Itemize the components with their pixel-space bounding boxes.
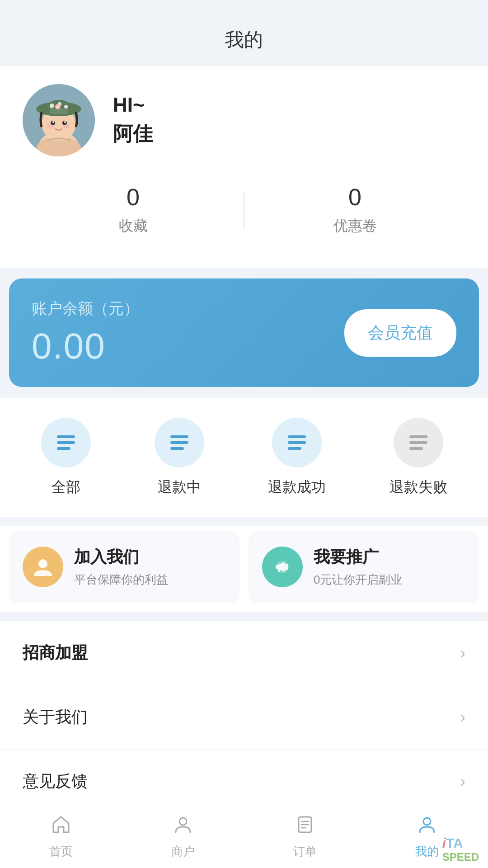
balance-amount: 0.00 xyxy=(32,326,139,367)
greeting-text: HI~ xyxy=(113,94,153,116)
svg-point-17 xyxy=(56,105,59,108)
favorites-label: 收藏 xyxy=(119,216,148,236)
user-icon xyxy=(417,814,437,839)
chevron-right-icon: › xyxy=(460,708,465,727)
svg-rect-28 xyxy=(409,441,427,444)
profile-top: HI~ 阿佳 xyxy=(23,84,465,156)
watermark: iTA SPEED xyxy=(442,835,479,863)
svg-rect-33 xyxy=(276,566,277,568)
chevron-right-icon: › xyxy=(460,772,465,791)
balance-card: 账户余额（元） 0.00 会员充值 xyxy=(9,278,479,387)
nav-label-merchant: 商户 xyxy=(171,844,195,859)
order-label-refund-success: 退款成功 xyxy=(268,477,326,497)
profile-section: HI~ 阿佳 0 收藏 0 优惠卷 xyxy=(0,66,488,268)
promo-card-promote[interactable]: 我要推广 0元让你开启副业 xyxy=(249,531,479,603)
recharge-button[interactable]: 会员充值 xyxy=(344,309,456,357)
avatar[interactable] xyxy=(23,84,95,156)
svg-point-13 xyxy=(50,104,54,108)
order-icon-all-circle xyxy=(41,418,91,467)
svg-point-30 xyxy=(38,559,47,568)
nav-item-merchant[interactable]: 商户 xyxy=(122,814,244,859)
svg-rect-18 xyxy=(57,435,75,438)
promo-promote-subtitle: 0元让你开启副业 xyxy=(314,572,402,588)
order-item-refund-success[interactable]: 退款成功 xyxy=(268,418,326,497)
promo-promote-icon xyxy=(262,547,303,587)
coupons-count: 0 xyxy=(348,184,361,211)
order-label-refund-failed: 退款失败 xyxy=(389,477,447,497)
nav-label-order: 订单 xyxy=(293,844,317,859)
promo-join-text: 加入我们 平台保障你的利益 xyxy=(74,546,168,588)
svg-point-15 xyxy=(64,105,68,108)
order-icon-refund-failed-circle xyxy=(394,418,443,467)
order-icon xyxy=(295,814,315,839)
menu-item-about-label: 关于我们 xyxy=(23,706,88,728)
svg-point-6 xyxy=(52,121,54,123)
menu-item-franchise-label: 招商加盟 xyxy=(23,642,88,664)
profile-info: HI~ 阿佳 xyxy=(113,94,153,147)
menu-item-franchise[interactable]: 招商加盟 › xyxy=(0,621,488,685)
svg-point-7 xyxy=(64,121,66,123)
svg-rect-22 xyxy=(170,441,188,444)
favorites-stat[interactable]: 0 收藏 xyxy=(23,184,244,236)
svg-rect-26 xyxy=(288,447,301,450)
promo-join-subtitle: 平台保障你的利益 xyxy=(74,572,168,588)
coupons-label: 优惠卷 xyxy=(333,216,377,236)
order-item-refunding[interactable]: 退款中 xyxy=(155,418,204,497)
bottom-nav: 首页 商户 订单 我的 xyxy=(0,805,488,868)
promo-promote-text: 我要推广 0元让你开启副业 xyxy=(314,546,402,588)
chevron-right-icon: › xyxy=(460,644,465,663)
favorites-count: 0 xyxy=(127,184,140,211)
promo-join-icon xyxy=(23,547,63,587)
balance-title: 账户余额（元） xyxy=(32,298,139,319)
svg-rect-23 xyxy=(170,447,184,450)
promo-join-title: 加入我们 xyxy=(74,546,168,568)
order-label-refunding: 退款中 xyxy=(158,477,201,497)
nav-item-home[interactable]: 首页 xyxy=(0,814,122,859)
coupons-stat[interactable]: 0 优惠卷 xyxy=(244,184,465,236)
svg-rect-24 xyxy=(288,435,306,438)
stats-row: 0 收藏 0 优惠卷 xyxy=(23,179,465,245)
nav-item-order[interactable]: 订单 xyxy=(244,814,366,859)
order-item-all[interactable]: 全部 xyxy=(41,418,91,497)
menu-item-about[interactable]: 关于我们 › xyxy=(0,685,488,750)
username-text: 阿佳 xyxy=(113,121,153,147)
svg-rect-19 xyxy=(57,441,75,444)
menu-item-feedback[interactable]: 意见反馈 › xyxy=(0,750,488,814)
order-item-refund-failed[interactable]: 退款失败 xyxy=(389,418,447,497)
order-icon-refund-success-circle xyxy=(272,418,322,467)
svg-point-39 xyxy=(423,818,431,825)
svg-rect-20 xyxy=(57,447,70,450)
order-label-all: 全部 xyxy=(52,477,80,497)
svg-rect-25 xyxy=(288,441,306,444)
promo-promote-title: 我要推广 xyxy=(314,546,402,568)
svg-rect-29 xyxy=(409,447,423,450)
svg-rect-27 xyxy=(409,435,427,438)
promo-section: 加入我们 平台保障你的利益 我要推广 0元让你开启副业 xyxy=(0,526,488,612)
order-icon-refunding-circle xyxy=(155,418,204,467)
nav-label-home: 首页 xyxy=(49,844,73,859)
store-icon xyxy=(173,814,193,839)
svg-rect-32 xyxy=(285,564,288,570)
nav-label-mine: 我的 xyxy=(415,844,439,859)
svg-point-34 xyxy=(179,818,187,825)
svg-point-9 xyxy=(63,124,70,129)
order-section: 全部 退款中 退款成功 xyxy=(0,398,488,517)
menu-item-feedback-label: 意见反馈 xyxy=(23,770,88,793)
home-icon xyxy=(51,814,71,839)
svg-rect-21 xyxy=(170,435,188,438)
order-icons: 全部 退款中 退款成功 xyxy=(9,418,479,497)
promo-card-join[interactable]: 加入我们 平台保障你的利益 xyxy=(9,531,239,603)
balance-left: 账户余额（元） 0.00 xyxy=(32,298,139,367)
page-title: 我的 xyxy=(0,0,488,66)
svg-point-8 xyxy=(47,124,54,129)
